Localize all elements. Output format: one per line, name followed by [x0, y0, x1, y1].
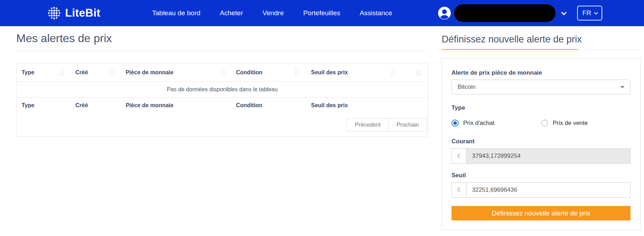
coin-select-value: Bitcoin	[458, 84, 476, 91]
table-empty-message: Pas de donnèes disponibles dans le table…	[17, 82, 428, 98]
language-code: FR	[582, 9, 591, 17]
euro-symbol: €	[452, 182, 466, 198]
panel-title: Définissez nouvelle alerte de prix	[442, 34, 640, 45]
top-navbar: LiteBit Tableau de bord Acheter Vendre P…	[0, 0, 644, 26]
radio-buy-price[interactable]: Prix d'achat	[452, 120, 541, 127]
type-radio-group: Prix d'achat Prix de vente	[452, 120, 631, 127]
sort-icon-placeholder[interactable]	[59, 70, 64, 75]
nav-item-sell[interactable]: Vendre	[263, 9, 284, 17]
column-header-type[interactable]: Type	[17, 69, 70, 76]
coin-select-label: Alerte de prix pièce de monnaie	[452, 69, 631, 76]
euro-symbol: €	[452, 148, 466, 164]
new-alert-form-card: Alerte de prix pièce de monnaie Bitcoin …	[442, 58, 640, 230]
current-price-input	[466, 148, 631, 164]
threshold-label: Seuil	[452, 172, 631, 179]
footer-column-condition: Condition	[231, 102, 306, 109]
footer-column-threshold: Seuil des prix	[306, 102, 402, 109]
footer-column-created: Créé	[70, 102, 121, 109]
nav-item-buy[interactable]: Acheter	[220, 9, 243, 17]
column-header-actions[interactable]	[402, 70, 428, 75]
user-menu-chevron-icon[interactable]	[561, 10, 567, 15]
sort-icon-placeholder[interactable]	[391, 70, 396, 75]
current-price-label: Courant	[452, 138, 631, 145]
panel-title-divider	[442, 50, 640, 50]
table-footer-row: Type Créé Pièce de monnaie Condition Seu…	[17, 98, 428, 113]
new-alert-panel: Définissez nouvelle alerte de prix Alert…	[442, 26, 640, 230]
previous-page-button[interactable]: Prècedent	[347, 118, 389, 132]
radio-unselected-icon[interactable]	[541, 120, 548, 127]
sort-icon-placeholder[interactable]	[295, 70, 300, 75]
litebit-brand[interactable]: LiteBit	[47, 6, 100, 20]
sort-icon-placeholder[interactable]	[110, 70, 114, 75]
orange-underline	[442, 49, 578, 50]
brand-name: LiteBit	[65, 7, 100, 19]
redacted-username[interactable]	[454, 4, 556, 22]
footer-column-coin: Pièce de monnaie	[121, 102, 231, 109]
nav-item-wallets[interactable]: Portefeuilles	[303, 9, 340, 17]
submit-new-alert-button[interactable]: Définissez nouvelle alerte de prix	[452, 206, 631, 220]
type-label: Type	[452, 104, 631, 111]
radio-selected-icon[interactable]	[452, 120, 459, 127]
footer-column-type: Type	[17, 102, 70, 109]
price-alerts-table: Type Créé Pièce de monnaie Condition Seu…	[16, 63, 428, 137]
next-page-button[interactable]: Prochain	[389, 118, 427, 132]
column-header-condition[interactable]: Condition	[231, 69, 306, 76]
column-header-created[interactable]: Créé	[70, 69, 121, 76]
threshold-input[interactable]	[466, 182, 631, 198]
main-nav: Tableau de bord Acheter Vendre Portefeui…	[152, 0, 392, 26]
language-chevron-icon	[594, 11, 598, 15]
litebit-globe-icon	[47, 6, 61, 20]
table-header-row: Type Créé Pièce de monnaie Condition Seu…	[17, 63, 428, 82]
threshold-input-group: €	[452, 182, 631, 198]
navbar-right: FR	[438, 0, 602, 26]
user-avatar-icon[interactable]	[438, 6, 451, 20]
coin-select[interactable]: Bitcoin	[452, 80, 631, 94]
current-price-input-group: €	[452, 148, 631, 164]
column-header-threshold[interactable]: Seuil des prix	[306, 69, 402, 76]
nav-item-support[interactable]: Assistance	[360, 9, 392, 17]
radio-sell-price[interactable]: Prix de vente	[541, 120, 631, 127]
sort-icon-placeholder[interactable]	[417, 70, 421, 75]
page-title: Mes alertes de prix	[16, 32, 428, 45]
language-selector[interactable]: FR	[577, 6, 602, 21]
sort-icon-placeholder[interactable]	[220, 70, 225, 75]
table-pagination: Prècedent Prochain	[17, 113, 428, 136]
title-divider	[16, 51, 428, 51]
select-caret-icon	[620, 86, 625, 88]
main-content: Mes alertes de prix Type Créé Pièce de m…	[16, 26, 428, 137]
column-header-coin[interactable]: Pièce de monnaie	[121, 69, 231, 76]
nav-item-dashboard[interactable]: Tableau de bord	[152, 9, 200, 17]
